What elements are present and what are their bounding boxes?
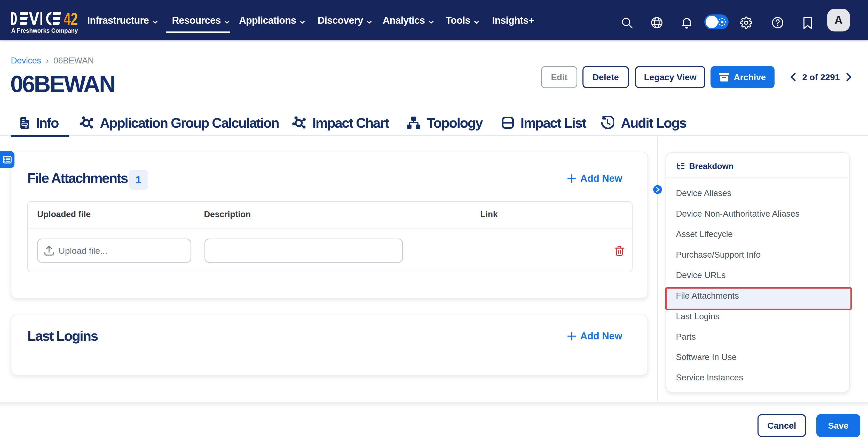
svg-text:42: 42 [63, 9, 78, 28]
svg-text:A Freshworks Company: A Freshworks Company [11, 27, 78, 34]
